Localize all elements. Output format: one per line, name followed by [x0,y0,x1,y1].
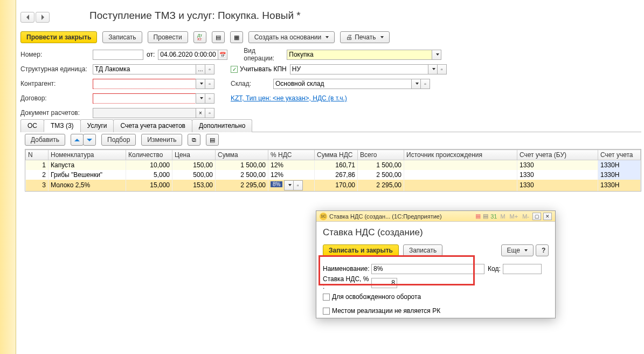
contragent-input[interactable] [93,79,196,89]
dialog-save-button[interactable]: Записать [403,244,442,256]
calendar-icon: 📅 [219,52,226,58]
post-and-close-button[interactable]: Провести и закрыть [20,31,97,43]
vat-rate-input[interactable] [371,278,397,288]
kpn-input[interactable] [290,64,428,74]
pick-button[interactable]: Подбор [101,134,136,146]
calc-icon[interactable]: ▤ [483,213,488,220]
tab-services[interactable]: Услуги [80,119,114,132]
table-row[interactable]: 1Капуста10,000150,001 500,0012%160,711 5… [26,160,641,170]
save-button[interactable]: Записать [102,31,142,43]
col-acc2[interactable]: Счет учета [598,150,641,160]
dialog-more-button[interactable]: Еще [501,244,534,256]
sheet2-button[interactable]: ▦ [230,31,243,43]
vat-dialog: 1C Ставка НДС (создан... (1С:Предприятие… [316,210,556,318]
1c-icon: 1C [320,213,327,220]
vat-badge: 8% [271,181,282,187]
vat-rate-label: Ставка НДС, % : [323,275,371,290]
vat-name-input[interactable] [371,264,484,274]
nav-back-button[interactable] [20,12,34,23]
post-button[interactable]: Провести [148,31,188,43]
sheet1-button[interactable]: ▤ [212,31,225,43]
col-src[interactable]: Источник происхождения [404,150,517,160]
col-price[interactable]: Цена [172,150,216,160]
contract-label: Договор: [20,94,93,102]
calcdoc-clear-button[interactable]: × [196,108,205,118]
table-row[interactable]: 2Грибы "Вешенки"5,000500,002 500,0012%26… [26,170,641,180]
move-up-button[interactable] [71,134,84,146]
dialog-close-button[interactable]: ✕ [543,213,552,220]
grid-icon[interactable]: ▦ [475,213,481,220]
dialog-max-button[interactable]: ▢ [532,213,541,220]
vat-exempt-checkbox[interactable]: ✓ [323,294,330,301]
contragent-dropdown-button[interactable] [196,79,205,89]
arrow-up-icon [74,139,80,141]
cal-icon[interactable]: 31 [490,213,497,220]
page-title: Поступление ТМЗ и услуг: Покупка. Новый … [89,10,301,22]
kpn-dropdown-button[interactable] [428,64,438,74]
col-vatsum[interactable]: Сумма НДС [315,150,358,160]
dialog-help-button[interactable]: ? [536,244,549,256]
col-n[interactable]: N [26,150,49,160]
dtkt-icon: ДтКт [197,33,202,41]
from-label: от: [147,51,155,58]
tab-additional[interactable]: Дополнительно [192,119,252,132]
m-label: M [499,213,506,220]
date-input[interactable] [158,50,218,60]
dtkt-button[interactable]: ДтКт [193,31,206,43]
col-sum[interactable]: Сумма [216,150,268,160]
edit-button[interactable]: Изменить [141,134,182,146]
calcdoc-open-button[interactable]: ▫ [205,108,214,118]
contract-open-button[interactable]: ▫ [205,93,214,104]
vat-dropdown-button[interactable] [284,180,294,190]
vat-nonrk-checkbox[interactable]: ✓ [323,308,330,315]
orgunit-input[interactable] [93,64,196,74]
kpn-checkbox[interactable]: ✓ [231,66,238,73]
left-sidebar [0,0,16,354]
tab-bar: ОС ТМЗ (3) Услуги Счета учета расчетов Д… [20,119,641,132]
tab-tmz[interactable]: ТМЗ (3) [44,119,81,132]
arrow-down-icon [87,139,92,141]
calcdoc-label: Документ расчетов: [20,109,93,117]
tab-accounts[interactable]: Счета учета расчетов [113,119,192,132]
price-info-link[interactable]: KZT, Тип цен: <не указан>, НДС (в т.ч.) [231,94,347,102]
contract-input[interactable] [93,93,196,104]
kpn-label: Учитывать КПН [240,65,287,73]
dialog-save-close-button[interactable]: Записать и закрыть [323,244,399,256]
contragent-open-button[interactable]: ▫ [205,79,214,89]
table-toolbar: Добавить Подбор Изменить ⧉ ▤ [25,134,219,146]
col-nomen[interactable]: Номенклатура [49,150,126,160]
paste-icon: ▤ [210,137,215,144]
calendar-button[interactable]: 📅 [218,50,227,60]
col-vat[interactable]: % НДС [268,150,315,160]
number-input[interactable] [93,50,143,60]
warehouse-dropdown-button[interactable] [411,79,421,89]
warehouse-open-button[interactable]: ▫ [420,79,430,89]
vat-exempt-label: Для освобожденного оборота [332,293,421,301]
operation-dropdown-button[interactable] [432,50,441,60]
copy-button[interactable]: ⧉ [188,134,200,146]
main-toolbar: Провести и закрыть Записать Провести ДтК… [20,31,390,43]
nav-arrows [20,12,50,23]
dialog-titlebar[interactable]: 1C Ставка НДС (создан... (1С:Предприятие… [316,211,555,222]
kpn-open-button[interactable]: ▫ [437,64,447,74]
create-based-button[interactable]: Создать на основании [248,31,335,43]
move-down-button[interactable] [83,134,96,146]
orgunit-open-button[interactable]: ▫ [205,64,214,74]
table-row[interactable]: 3Молоко 2,5%15,000153,002 295,008% ▫170,… [26,180,641,191]
col-qty[interactable]: Количество [126,150,172,160]
print-button[interactable]: 🖨Печать [340,31,389,43]
orgunit-pick-button[interactable]: … [196,64,205,74]
vat-code-input[interactable] [503,264,542,274]
contract-dropdown-button[interactable] [196,93,205,104]
vat-open-button[interactable]: ▫ [293,180,303,190]
tab-os[interactable]: ОС [20,119,44,132]
paste-button[interactable]: ▤ [206,134,219,146]
col-total[interactable]: Всего [358,150,404,160]
operation-select[interactable] [287,50,432,60]
col-acc[interactable]: Счет учета (БУ) [517,150,598,160]
nav-forward-button[interactable] [36,12,50,23]
mminus-label: M- [521,213,530,220]
add-row-button[interactable]: Добавить [25,134,65,146]
orgunit-label: Структурная единица: [20,65,93,73]
warehouse-input[interactable] [273,79,412,89]
